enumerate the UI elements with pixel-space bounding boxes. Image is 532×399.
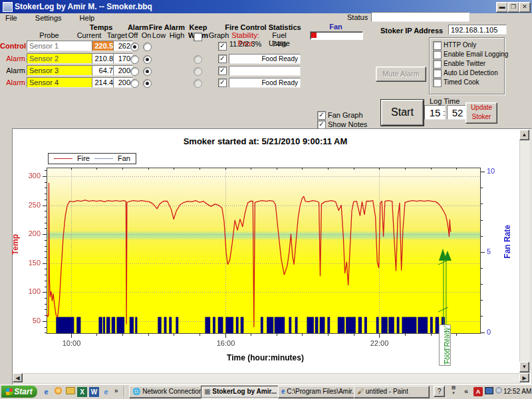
menu-settings[interactable]: Settings [30,13,67,23]
fan-graph-label: Fan Graph [328,111,363,119]
excel-icon[interactable]: X [77,387,87,397]
task-stokerlog[interactable]: ▣ StokerLog by Amir... [201,386,281,398]
network-connections-icon: 🌐 [132,388,140,395]
task-network-connections[interactable]: 🌐 Network Connections [129,386,203,398]
probe-name-field[interactable]: Sensor 4 [27,77,94,88]
alarm-on-radio[interactable] [143,67,152,76]
probe-note-field[interactable] [229,66,301,76]
log-time-separator: : [443,108,446,118]
stokerlog-icon: ▣ [204,388,210,395]
row-role-label: Alarm [0,78,25,86]
app-icon [3,2,13,12]
menu-file[interactable]: File [0,13,23,23]
paint-icon: 🖌 [357,388,364,395]
header-temps: Temps [78,23,124,31]
probe-name-field[interactable]: Sensor 1 [27,41,94,51]
fan-meter-label: Fan [323,23,349,31]
display-icon[interactable] [484,387,493,396]
email-logging-checkbox[interactable] [433,51,442,59]
probe-note-field[interactable]: Food Ready [229,78,301,88]
taskbar-clock: 12:52 AM [503,388,531,395]
probe-name-field[interactable]: Sensor 3 [27,65,94,76]
twitter-checkbox[interactable] [433,60,442,68]
acrobat-icon[interactable]: A [473,387,483,396]
browser-icon[interactable]: e [101,387,111,397]
show-notes-label: Show Notes [328,120,367,128]
start-menu-button[interactable]: Start [1,386,37,398]
restore-button[interactable]: ❐ [507,2,519,13]
email-logging-label: Enable Email Logging [444,51,508,58]
graph-checkbox[interactable]: ✓ [218,42,227,51]
time-axis-label: Time (hour:minutes) [132,353,398,362]
fan-graph-checkbox[interactable]: ✓ [317,111,326,120]
alarm-off-radio[interactable] [130,43,139,51]
header-probe: Probe [29,31,69,39]
probe-note-field[interactable]: Food Ready [229,54,301,64]
minimize-button[interactable]: ▬ [496,2,508,13]
network-tray-icon[interactable] [494,387,503,396]
task-program-files[interactable]: e C:\Program Files\Amir... [278,386,356,398]
keep-warm-radio[interactable] [194,55,202,64]
ie-icon[interactable]: e [41,387,51,397]
mute-alarm-button[interactable]: Mute Alarm [376,66,426,82]
scroll-right-arrow[interactable]: ▶ [519,373,529,382]
alarm-off-radio[interactable] [130,55,139,64]
twitter-label: Enable Twitter [444,60,485,67]
temp-axis-label: Temp [11,234,20,255]
keep-warm-radio[interactable] [194,67,202,76]
keep-warm-all-checkbox[interactable] [194,33,202,41]
tray-chevron[interactable]: « [464,387,468,395]
probe-current-field: 64.7 [92,65,116,76]
stoker-ip-label: Stoker IP Address [380,27,443,35]
timed-cook-checkbox[interactable] [433,78,442,87]
start-button[interactable]: Start [381,100,424,126]
window-title: StokerLog by Amir M. -- Smoker.bbq [15,2,152,11]
http-only-checkbox[interactable] [433,41,442,50]
alarm-on-radio[interactable] [143,79,152,88]
probe-name-field[interactable]: Sensor 2 [27,53,94,64]
stoker-ip-input[interactable] [448,25,507,35]
alarm-off-radio[interactable] [130,67,139,76]
toolbar-handle-icon[interactable]: ▦▾ [450,385,458,396]
chart-vertical-scrollbar[interactable] [519,130,531,373]
task-label: untitled - Paint [366,388,408,395]
word-icon[interactable]: W [89,387,99,397]
graph-checkbox[interactable]: ✓ [218,78,227,87]
close-button[interactable]: ✕ [519,2,531,13]
auto-lid-checkbox[interactable] [433,69,442,78]
update-stoker-line2: Stoker [466,112,497,122]
taskbar-divider [124,386,124,397]
header-low: Low [150,31,168,39]
alarm-off-radio[interactable] [130,79,139,88]
task-paint[interactable]: 🖌 untitled - Paint [354,386,430,398]
log-time-label: Log Time [430,97,460,105]
alarm-on-radio[interactable] [143,55,152,64]
menu-help[interactable]: Help [74,13,100,23]
windows-flag-icon [6,388,13,395]
timed-cook-label: Timed Cook [444,78,479,86]
fan-meter-fill [311,33,317,38]
scroll-left-arrow[interactable]: ◀ [13,373,23,382]
graph-checkbox[interactable]: ✓ [218,55,227,63]
start-button-label: Start [14,387,32,396]
task-label: Network Connections [142,388,203,395]
row-role-label: Alarm [0,55,25,63]
status-input[interactable] [371,12,469,22]
media-icon[interactable] [53,387,63,397]
fan-meter [310,31,363,40]
scroll-down-arrow[interactable]: ▼ [519,362,529,372]
quick-launch-overflow-chevron[interactable]: » [114,387,118,394]
status-label: Status [347,13,368,21]
task-label: C:\Program Files\Amir... [287,388,356,395]
folder-icon[interactable] [65,387,75,397]
graph-checkbox[interactable]: ✓ [218,66,227,75]
scroll-up-arrow[interactable]: ▲ [519,130,529,140]
update-stoker-button[interactable]: Update Stoker [466,102,497,124]
help-tray-button[interactable]: ? [434,386,445,397]
chart-horizontal-scrollbar[interactable] [13,373,521,384]
alarm-on-radio[interactable] [143,43,152,51]
keep-warm-radio[interactable] [194,79,202,88]
stability-value: 11.2/2.3% [226,40,265,48]
chart-title: Smoker started at: 5/21/2010 9:00:11 AM [132,136,398,146]
http-only-label: HTTP Only [444,41,476,49]
